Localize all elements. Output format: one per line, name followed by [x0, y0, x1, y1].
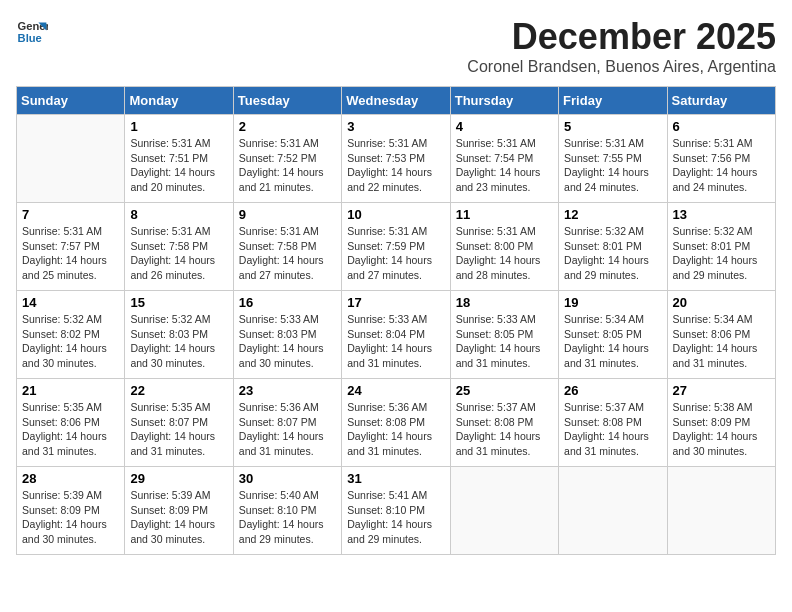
day-number: 26 — [564, 383, 661, 398]
header-saturday: Saturday — [667, 87, 775, 115]
calendar-cell: 30Sunrise: 5:40 AMSunset: 8:10 PMDayligh… — [233, 467, 341, 555]
calendar-cell: 13Sunrise: 5:32 AMSunset: 8:01 PMDayligh… — [667, 203, 775, 291]
calendar-cell: 21Sunrise: 5:35 AMSunset: 8:06 PMDayligh… — [17, 379, 125, 467]
day-info: Sunrise: 5:34 AMSunset: 8:05 PMDaylight:… — [564, 312, 661, 371]
day-number: 31 — [347, 471, 444, 486]
day-number: 9 — [239, 207, 336, 222]
day-number: 1 — [130, 119, 227, 134]
header-friday: Friday — [559, 87, 667, 115]
day-number: 22 — [130, 383, 227, 398]
calendar-cell: 9Sunrise: 5:31 AMSunset: 7:58 PMDaylight… — [233, 203, 341, 291]
day-number: 21 — [22, 383, 119, 398]
logo-icon: General Blue — [16, 16, 48, 48]
week-row-1: 1Sunrise: 5:31 AMSunset: 7:51 PMDaylight… — [17, 115, 776, 203]
day-info: Sunrise: 5:31 AMSunset: 7:57 PMDaylight:… — [22, 224, 119, 283]
day-number: 16 — [239, 295, 336, 310]
main-title: December 2025 — [467, 16, 776, 58]
day-info: Sunrise: 5:39 AMSunset: 8:09 PMDaylight:… — [22, 488, 119, 547]
calendar-cell: 8Sunrise: 5:31 AMSunset: 7:58 PMDaylight… — [125, 203, 233, 291]
calendar-cell: 11Sunrise: 5:31 AMSunset: 8:00 PMDayligh… — [450, 203, 558, 291]
svg-text:Blue: Blue — [18, 32, 42, 44]
day-info: Sunrise: 5:39 AMSunset: 8:09 PMDaylight:… — [130, 488, 227, 547]
calendar-cell: 7Sunrise: 5:31 AMSunset: 7:57 PMDaylight… — [17, 203, 125, 291]
day-number: 23 — [239, 383, 336, 398]
calendar-cell: 4Sunrise: 5:31 AMSunset: 7:54 PMDaylight… — [450, 115, 558, 203]
day-info: Sunrise: 5:40 AMSunset: 8:10 PMDaylight:… — [239, 488, 336, 547]
day-number: 8 — [130, 207, 227, 222]
header-wednesday: Wednesday — [342, 87, 450, 115]
calendar-cell — [450, 467, 558, 555]
subtitle: Coronel Brandsen, Buenos Aires, Argentin… — [467, 58, 776, 76]
day-info: Sunrise: 5:31 AMSunset: 7:55 PMDaylight:… — [564, 136, 661, 195]
day-number: 18 — [456, 295, 553, 310]
day-info: Sunrise: 5:31 AMSunset: 7:56 PMDaylight:… — [673, 136, 770, 195]
day-number: 13 — [673, 207, 770, 222]
page-header: General Blue December 2025 Coronel Brand… — [16, 16, 776, 76]
day-number: 17 — [347, 295, 444, 310]
day-info: Sunrise: 5:36 AMSunset: 8:08 PMDaylight:… — [347, 400, 444, 459]
day-info: Sunrise: 5:32 AMSunset: 8:03 PMDaylight:… — [130, 312, 227, 371]
day-info: Sunrise: 5:33 AMSunset: 8:05 PMDaylight:… — [456, 312, 553, 371]
day-info: Sunrise: 5:34 AMSunset: 8:06 PMDaylight:… — [673, 312, 770, 371]
calendar-cell: 15Sunrise: 5:32 AMSunset: 8:03 PMDayligh… — [125, 291, 233, 379]
day-info: Sunrise: 5:37 AMSunset: 8:08 PMDaylight:… — [456, 400, 553, 459]
calendar-cell — [559, 467, 667, 555]
calendar-cell: 28Sunrise: 5:39 AMSunset: 8:09 PMDayligh… — [17, 467, 125, 555]
calendar-cell: 31Sunrise: 5:41 AMSunset: 8:10 PMDayligh… — [342, 467, 450, 555]
day-number: 3 — [347, 119, 444, 134]
logo: General Blue — [16, 16, 52, 48]
day-number: 27 — [673, 383, 770, 398]
day-number: 30 — [239, 471, 336, 486]
calendar-cell: 27Sunrise: 5:38 AMSunset: 8:09 PMDayligh… — [667, 379, 775, 467]
day-number: 14 — [22, 295, 119, 310]
day-number: 15 — [130, 295, 227, 310]
calendar-cell: 16Sunrise: 5:33 AMSunset: 8:03 PMDayligh… — [233, 291, 341, 379]
day-number: 12 — [564, 207, 661, 222]
day-number: 2 — [239, 119, 336, 134]
day-info: Sunrise: 5:31 AMSunset: 7:51 PMDaylight:… — [130, 136, 227, 195]
day-number: 28 — [22, 471, 119, 486]
calendar-cell — [17, 115, 125, 203]
day-number: 7 — [22, 207, 119, 222]
day-number: 19 — [564, 295, 661, 310]
day-info: Sunrise: 5:31 AMSunset: 7:58 PMDaylight:… — [239, 224, 336, 283]
day-info: Sunrise: 5:32 AMSunset: 8:01 PMDaylight:… — [673, 224, 770, 283]
day-number: 11 — [456, 207, 553, 222]
calendar-cell: 1Sunrise: 5:31 AMSunset: 7:51 PMDaylight… — [125, 115, 233, 203]
day-info: Sunrise: 5:32 AMSunset: 8:02 PMDaylight:… — [22, 312, 119, 371]
day-info: Sunrise: 5:35 AMSunset: 8:06 PMDaylight:… — [22, 400, 119, 459]
calendar-cell: 25Sunrise: 5:37 AMSunset: 8:08 PMDayligh… — [450, 379, 558, 467]
day-info: Sunrise: 5:31 AMSunset: 7:52 PMDaylight:… — [239, 136, 336, 195]
header-thursday: Thursday — [450, 87, 558, 115]
calendar-cell: 18Sunrise: 5:33 AMSunset: 8:05 PMDayligh… — [450, 291, 558, 379]
header-monday: Monday — [125, 87, 233, 115]
calendar-cell: 17Sunrise: 5:33 AMSunset: 8:04 PMDayligh… — [342, 291, 450, 379]
day-info: Sunrise: 5:36 AMSunset: 8:07 PMDaylight:… — [239, 400, 336, 459]
day-info: Sunrise: 5:31 AMSunset: 7:59 PMDaylight:… — [347, 224, 444, 283]
day-number: 6 — [673, 119, 770, 134]
day-info: Sunrise: 5:31 AMSunset: 8:00 PMDaylight:… — [456, 224, 553, 283]
calendar-cell: 20Sunrise: 5:34 AMSunset: 8:06 PMDayligh… — [667, 291, 775, 379]
day-number: 29 — [130, 471, 227, 486]
day-number: 24 — [347, 383, 444, 398]
calendar-cell: 3Sunrise: 5:31 AMSunset: 7:53 PMDaylight… — [342, 115, 450, 203]
calendar-cell: 24Sunrise: 5:36 AMSunset: 8:08 PMDayligh… — [342, 379, 450, 467]
day-number: 10 — [347, 207, 444, 222]
day-info: Sunrise: 5:31 AMSunset: 7:54 PMDaylight:… — [456, 136, 553, 195]
calendar-cell: 26Sunrise: 5:37 AMSunset: 8:08 PMDayligh… — [559, 379, 667, 467]
day-info: Sunrise: 5:41 AMSunset: 8:10 PMDaylight:… — [347, 488, 444, 547]
calendar-cell — [667, 467, 775, 555]
header-tuesday: Tuesday — [233, 87, 341, 115]
day-info: Sunrise: 5:37 AMSunset: 8:08 PMDaylight:… — [564, 400, 661, 459]
calendar-cell: 6Sunrise: 5:31 AMSunset: 7:56 PMDaylight… — [667, 115, 775, 203]
calendar-cell: 5Sunrise: 5:31 AMSunset: 7:55 PMDaylight… — [559, 115, 667, 203]
day-info: Sunrise: 5:38 AMSunset: 8:09 PMDaylight:… — [673, 400, 770, 459]
calendar-cell: 23Sunrise: 5:36 AMSunset: 8:07 PMDayligh… — [233, 379, 341, 467]
day-number: 5 — [564, 119, 661, 134]
calendar-cell: 10Sunrise: 5:31 AMSunset: 7:59 PMDayligh… — [342, 203, 450, 291]
day-number: 25 — [456, 383, 553, 398]
calendar-cell: 12Sunrise: 5:32 AMSunset: 8:01 PMDayligh… — [559, 203, 667, 291]
calendar-cell: 2Sunrise: 5:31 AMSunset: 7:52 PMDaylight… — [233, 115, 341, 203]
week-row-5: 28Sunrise: 5:39 AMSunset: 8:09 PMDayligh… — [17, 467, 776, 555]
day-number: 4 — [456, 119, 553, 134]
